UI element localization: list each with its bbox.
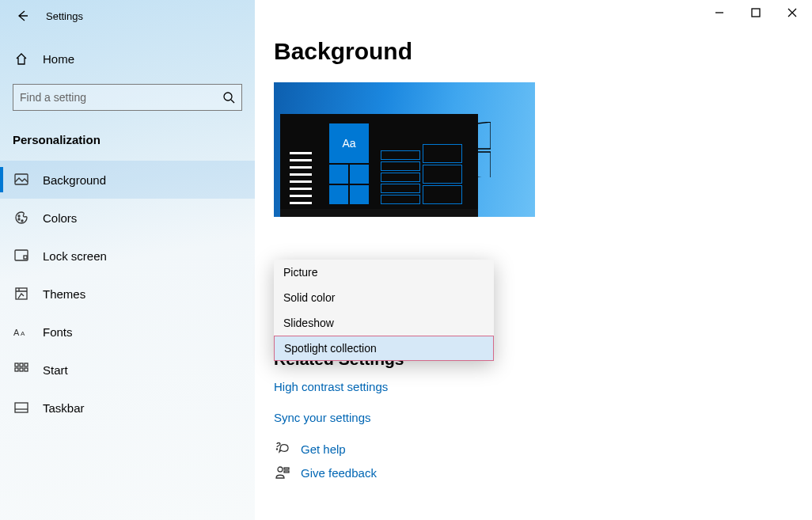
svg-point-22 — [276, 449, 277, 450]
svg-rect-10 — [15, 363, 18, 366]
minimize-button[interactable] — [701, 0, 738, 25]
start-icon — [13, 362, 30, 377]
svg-rect-12 — [25, 363, 28, 366]
svg-rect-1 — [15, 174, 28, 184]
search-input-container[interactable] — [13, 84, 242, 111]
dropdown-item-picture[interactable]: Picture — [274, 260, 494, 285]
sidebar-home[interactable]: Home — [0, 43, 255, 74]
link-high-contrast[interactable]: High contrast settings — [274, 380, 812, 393]
dropdown-item-slideshow[interactable]: Slideshow — [274, 310, 494, 336]
sidebar-section-title: Personalization — [0, 133, 255, 146]
dropdown-item-label: Slideshow — [283, 317, 334, 329]
palette-icon — [13, 211, 30, 225]
home-icon — [13, 51, 30, 66]
sidebar-item-label: Taskbar — [43, 401, 85, 415]
dropdown-item-label: Spotlight collection — [284, 342, 377, 355]
background-preview: Aa — [274, 82, 535, 217]
svg-point-2 — [18, 215, 20, 217]
link-sync-settings[interactable]: Sync your settings — [274, 411, 812, 424]
sidebar-item-label: Themes — [43, 287, 85, 301]
maximize-icon — [751, 8, 761, 17]
svg-rect-24 — [284, 468, 289, 469]
dropdown-item-solid-color[interactable]: Solid color — [274, 285, 494, 310]
maximize-button[interactable] — [738, 0, 774, 25]
svg-text:A: A — [13, 328, 20, 337]
feedback-icon — [274, 465, 291, 480]
preview-tile-text: Aa — [329, 123, 369, 163]
sidebar-item-background[interactable]: Background — [0, 161, 255, 199]
taskbar-icon — [13, 402, 30, 413]
sidebar-item-label: Fonts — [43, 325, 73, 339]
lockscreen-icon — [13, 249, 30, 262]
arrow-left-icon — [15, 9, 29, 23]
sidebar-item-label: Start — [43, 363, 68, 377]
sidebar-item-fonts[interactable]: AA Fonts — [0, 313, 255, 351]
sidebar-item-start[interactable]: Start — [0, 351, 255, 389]
link-get-help[interactable]: Get help — [301, 442, 346, 456]
back-button[interactable] — [6, 0, 38, 32]
svg-rect-14 — [20, 368, 23, 371]
link-give-feedback[interactable]: Give feedback — [301, 466, 377, 480]
minimize-icon — [715, 8, 724, 17]
dropdown-item-label: Picture — [283, 266, 318, 279]
svg-point-3 — [18, 218, 20, 220]
sidebar-item-taskbar[interactable]: Taskbar — [0, 389, 255, 427]
sidebar-item-label: Background — [43, 173, 106, 187]
dropdown-item-label: Solid color — [283, 291, 335, 304]
svg-rect-6 — [24, 256, 27, 259]
app-title: Settings — [46, 10, 83, 22]
svg-point-23 — [278, 467, 283, 472]
sidebar-item-label: Colors — [43, 211, 77, 225]
page-title: Background — [274, 38, 812, 65]
search-icon — [222, 91, 235, 104]
svg-rect-15 — [25, 368, 28, 371]
svg-point-0 — [224, 93, 232, 101]
close-icon — [787, 8, 797, 17]
sidebar-item-label: Lock screen — [43, 249, 107, 263]
svg-text:A: A — [21, 330, 25, 337]
sidebar-item-colors[interactable]: Colors — [0, 199, 255, 237]
svg-rect-16 — [15, 403, 28, 412]
sidebar-item-themes[interactable]: Themes — [0, 275, 255, 313]
help-icon — [274, 442, 291, 456]
sidebar-item-lockscreen[interactable]: Lock screen — [0, 237, 255, 275]
dropdown-item-spotlight[interactable]: Spotlight collection — [274, 336, 494, 361]
background-type-dropdown[interactable]: Picture Solid color Slideshow Spotlight … — [274, 260, 494, 361]
themes-icon — [13, 287, 30, 301]
picture-icon — [13, 173, 30, 186]
svg-rect-17 — [752, 9, 760, 17]
search-input[interactable] — [20, 91, 222, 104]
svg-rect-11 — [20, 363, 23, 366]
sidebar-home-label: Home — [43, 52, 74, 66]
svg-rect-13 — [15, 368, 18, 371]
close-button[interactable] — [774, 0, 810, 25]
fonts-icon: AA — [13, 325, 30, 338]
svg-point-4 — [21, 220, 23, 222]
svg-rect-25 — [284, 471, 289, 473]
